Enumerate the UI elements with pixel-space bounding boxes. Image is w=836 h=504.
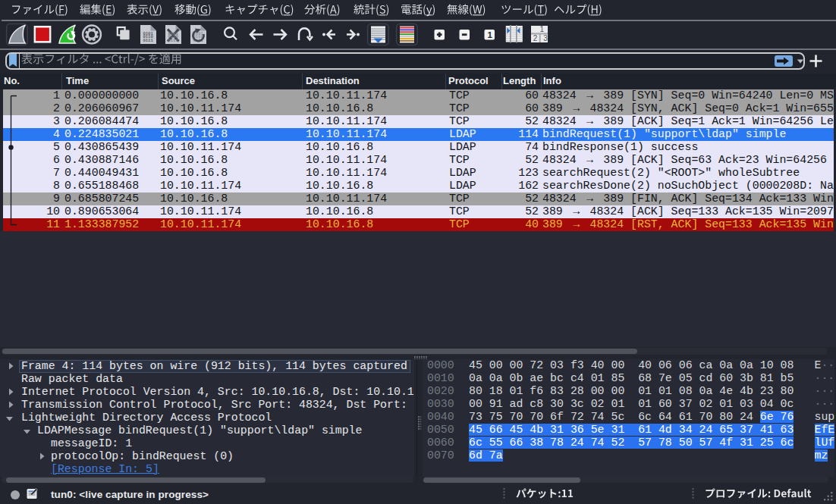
svg-text:1: 1 — [488, 30, 493, 39]
svg-text:2: 2 — [533, 34, 538, 42]
svg-text:1: 1 — [540, 25, 545, 33]
svg-text:0111: 0111 — [143, 38, 153, 43]
svg-text:3: 3 — [543, 34, 548, 42]
svg-text:0111: 0111 — [168, 38, 178, 43]
